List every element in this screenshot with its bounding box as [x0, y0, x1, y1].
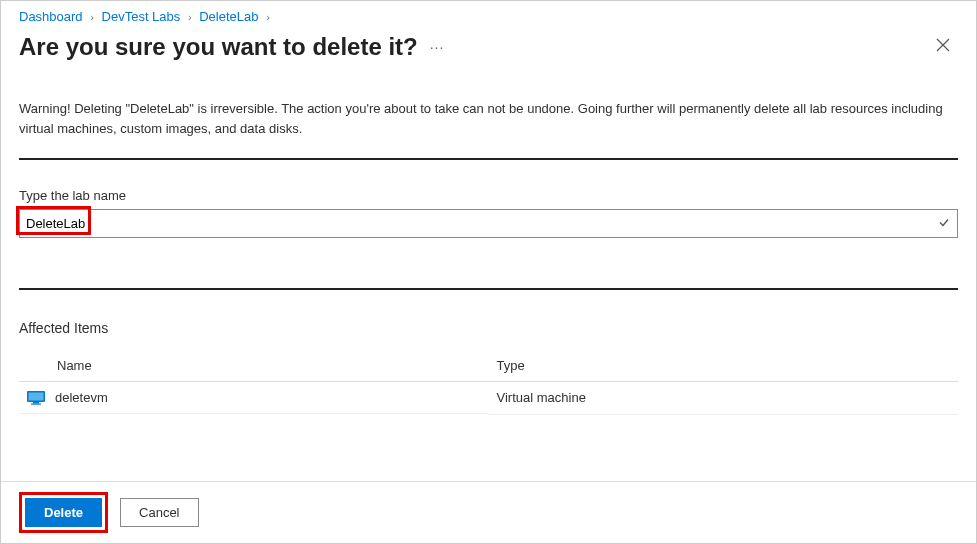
chevron-right-icon: › — [188, 11, 192, 23]
divider — [19, 288, 958, 290]
warning-text: Warning! Deleting "DeleteLab" is irrever… — [19, 81, 958, 154]
row-name: deletevm — [55, 390, 108, 405]
column-header-type[interactable]: Type — [489, 350, 959, 382]
delete-button[interactable]: Delete — [25, 498, 102, 527]
highlight-box: Delete — [19, 492, 108, 533]
page-title: Are you sure you want to delete it? — [19, 33, 418, 61]
close-icon[interactable] — [928, 32, 958, 61]
affected-items-table: Name Type deletevm Virtu — [19, 350, 958, 415]
breadcrumb-dashboard[interactable]: Dashboard — [19, 9, 83, 24]
breadcrumb-devtestlabs[interactable]: DevTest Labs — [102, 9, 181, 24]
lab-name-label: Type the lab name — [19, 188, 958, 203]
divider — [19, 158, 958, 160]
check-icon — [938, 216, 950, 231]
row-type: Virtual machine — [489, 382, 959, 415]
table-row[interactable]: deletevm Virtual machine — [19, 382, 958, 415]
affected-items-heading: Affected Items — [19, 320, 958, 336]
more-icon[interactable]: ··· — [430, 39, 445, 55]
svg-rect-3 — [31, 403, 41, 404]
header: Are you sure you want to delete it? ··· — [1, 28, 976, 71]
svg-rect-2 — [33, 402, 39, 404]
lab-name-input[interactable] — [19, 209, 958, 238]
vm-icon — [27, 391, 45, 405]
svg-rect-1 — [29, 392, 44, 400]
chevron-right-icon: › — [266, 11, 270, 23]
column-header-name[interactable]: Name — [19, 350, 489, 382]
cancel-button[interactable]: Cancel — [120, 498, 198, 527]
chevron-right-icon: › — [90, 11, 94, 23]
breadcrumb: Dashboard › DevTest Labs › DeleteLab › — [1, 1, 976, 28]
breadcrumb-deletelab[interactable]: DeleteLab — [199, 9, 258, 24]
footer: Delete Cancel — [1, 481, 976, 543]
